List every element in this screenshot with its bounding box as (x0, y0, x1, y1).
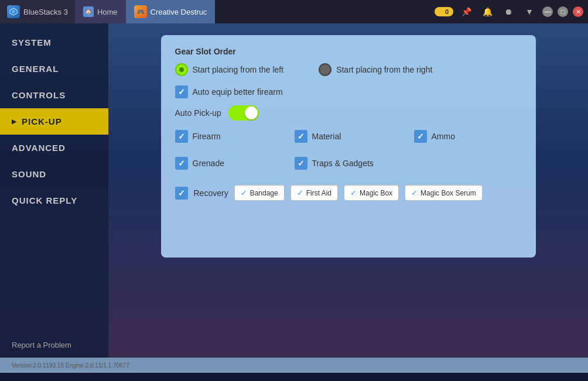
coin-value: 0 (445, 8, 449, 15)
toggle-thumb (245, 107, 258, 119)
report-problem-link[interactable]: Report a Problem (0, 332, 108, 358)
sidebar-item-system[interactable]: SYSTEM (0, 29, 108, 56)
sidebar-item-general[interactable]: GENERAL (0, 56, 108, 82)
sidebar-item-quick-reply[interactable]: QUICK REPLY (0, 187, 108, 214)
home-tab[interactable]: 🏠 Home (75, 0, 126, 23)
click-close-bar[interactable]: - Click/tap to Close - (0, 373, 588, 381)
gear-slot-title: Gear Slot Order (175, 47, 522, 56)
recovery-magic-box-serum[interactable]: ✓ Magic Box Serum (405, 185, 483, 201)
recovery-bandage[interactable]: ✓ Bandage (234, 185, 285, 201)
ammo-label: Ammo (432, 132, 455, 141)
titlebar-right: ● 0 📌 🔔 ⏺ ▼ — □ ✕ (435, 4, 588, 20)
auto-pickup-row: Auto Pick-up (175, 105, 522, 121)
radio-left-circle (175, 63, 188, 76)
checkbox-traps: ✓ Traps & Gadgets (295, 157, 402, 170)
auto-equip-label: Auto equip better firearm (193, 87, 283, 97)
bluestacks-icon (7, 5, 20, 18)
close-button[interactable]: ✕ (573, 6, 583, 17)
version-bar: Version:2.0.1193.15 Engine:2.0.11/1.1.70… (0, 358, 588, 373)
toolbar-bell-icon[interactable]: 🔔 (479, 4, 495, 20)
sidebar-item-sound[interactable]: SOUND (0, 161, 108, 187)
home-tab-label: Home (97, 8, 118, 16)
radio-right-label: Start placing from the right (336, 65, 432, 74)
grenade-checkbox[interactable]: ✓ (175, 157, 188, 170)
auto-pickup-toggle[interactable] (228, 105, 259, 121)
version-text: Version:2.0.1193.15 Engine:2.0.11/1.1.70… (12, 362, 129, 369)
checkbox-grenade: ✓ Grenade (175, 157, 283, 170)
titlebar: BlueStacks 3 🏠 Home 🎮 Creative Destruc ●… (0, 0, 588, 23)
checkbox-material: ✓ Material (295, 130, 402, 143)
radio-right-circle (319, 63, 331, 76)
material-label: Material (312, 132, 341, 141)
auto-equip-row: ✓ Auto equip better firearm (175, 85, 522, 98)
main-content: SYSTEM GENERAL CONTROLS PICK-UP ADVANCED… (0, 23, 588, 358)
minimize-button[interactable]: — (542, 6, 553, 17)
titlebar-left: BlueStacks 3 🏠 Home 🎮 Creative Destruc (0, 0, 215, 23)
radio-left-label: Start placing from the left (193, 65, 284, 74)
svg-marker-1 (12, 10, 15, 13)
pickup-checkboxes: ✓ Firearm ✓ Material ✓ Ammo ✓ Grenade ✓ (175, 130, 522, 177)
game-tab-label: Creative Destruc (151, 8, 207, 16)
traps-label: Traps & Gadgets (312, 159, 374, 168)
recovery-magic-box[interactable]: ✓ Magic Box (344, 185, 399, 201)
toolbar-pin-icon[interactable]: 📌 (458, 4, 474, 20)
toolbar-record-icon[interactable]: ⏺ (500, 4, 517, 20)
recovery-row: ✓ Recovery ✓ Bandage ✓ First Aid ✓ Magic… (175, 185, 522, 201)
material-checkbox[interactable]: ✓ (295, 130, 307, 143)
auto-equip-checkbox[interactable]: ✓ (175, 85, 188, 98)
titlebar-app: BlueStacks 3 (0, 0, 75, 23)
checkbox-ammo: ✓ Ammo (414, 130, 522, 143)
home-icon: 🏠 (83, 6, 94, 17)
sidebar-item-pickup[interactable]: PICK-UP (0, 108, 108, 135)
recovery-label: Recovery (194, 188, 228, 198)
firearm-label: Firearm (193, 132, 221, 141)
traps-checkbox[interactable]: ✓ (295, 157, 307, 170)
sidebar-item-advanced[interactable]: ADVANCED (0, 135, 108, 161)
settings-card: Gear Slot Order Start placing from the l… (161, 35, 536, 258)
recovery-first-aid[interactable]: ✓ First Aid (290, 185, 338, 201)
gear-slot-options: Start placing from the left Start placin… (175, 63, 522, 76)
game-icon: 🎮 (134, 5, 147, 18)
toolbar-menu-icon[interactable]: ▼ (521, 4, 538, 20)
game-tab[interactable]: 🎮 Creative Destruc (126, 0, 216, 23)
sidebar-item-controls[interactable]: CONTROLS (0, 82, 108, 108)
app-name: BlueStacks 3 (23, 8, 68, 16)
content-panel: Gear Slot Order Start placing from the l… (108, 23, 588, 358)
grenade-label: Grenade (193, 159, 224, 168)
auto-pickup-label: Auto Pick-up (175, 108, 221, 118)
radio-right[interactable]: Start placing from the right (319, 63, 432, 76)
sidebar: SYSTEM GENERAL CONTROLS PICK-UP ADVANCED… (0, 23, 108, 358)
ammo-checkbox[interactable]: ✓ (414, 130, 427, 143)
coin-badge: ● 0 (435, 7, 453, 16)
maximize-button[interactable]: □ (558, 6, 568, 17)
recovery-checkbox[interactable]: ✓ (175, 187, 188, 200)
radio-left[interactable]: Start placing from the left (175, 63, 284, 76)
firearm-checkbox[interactable]: ✓ (175, 130, 188, 143)
checkbox-firearm: ✓ Firearm (175, 130, 283, 143)
